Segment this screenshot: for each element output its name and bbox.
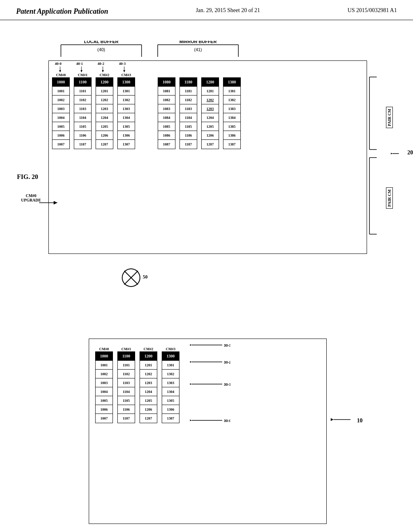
header-right-label: US 2015/0032981 A1 [348, 7, 397, 14]
col-cm0-top: CM#0 1000 1001 1002 1003 1004 1005 1006 … [52, 73, 70, 149]
svg-text:30-1: 30-1 [224, 382, 230, 387]
group-label-40-2: 40-2 [98, 62, 104, 66]
col-cm3-bottom: CM#3 1300 1301 1302 1303 1304 1305 1306 … [162, 347, 179, 423]
arrow-30-3: 30-3 [190, 342, 230, 349]
col-cm0-bottom: CM#0 1000 1001 1002 1003 1004 1005 1006 … [95, 347, 113, 423]
col-cm3-top: CM#3 1300 1301 1302 1303 1304 1305 1306 … [117, 73, 135, 149]
group-label-40-0: 40-0 [55, 62, 62, 66]
col-cm1-bottom: CM#1 1100 1101 1102 1103 1104 1105 1106 … [117, 347, 135, 423]
local-buffer-label: LOCAL BUFFER (40) [57, 41, 146, 62]
svg-text:30-2: 30-2 [224, 360, 230, 364]
arrow-30-0: 30-0 [190, 418, 230, 424]
device-10-num: 10 [357, 418, 363, 424]
pair-cm-braces [369, 73, 391, 242]
device-20-arrow [391, 133, 403, 174]
col-cm2-bottom: CM#2 1200 1201 1202 1203 1204 1205 1206 … [140, 347, 157, 423]
cross-symbol: 50 [121, 268, 141, 289]
mirror-buffer-label: MIRROR BUFFER (41) [154, 41, 242, 62]
header-center-label: Jan. 29, 2015 Sheet 20 of 21 [196, 7, 260, 14]
group-label-40-3: 40-3 [119, 62, 126, 66]
cross-label: 50 [143, 274, 148, 280]
group-label-40-1: 40-1 [76, 62, 83, 66]
page-header: Patent Application Publication Jan. 29, … [0, 0, 413, 20]
col-mirror-cm0-top: 1080 1081 1082 1083 1084 1085 1086 1087 [158, 73, 175, 149]
fig-label: FIG. 20 [17, 173, 38, 181]
col-cm2-top: CM#2 1200 1201 1202 1203 1204 1205 1206 … [96, 73, 113, 149]
top-diagram: LOCAL BUFFER (40) MIRROR BUFFER (41) 40-… [48, 60, 367, 254]
svg-text:30-3: 30-3 [224, 343, 230, 347]
bottom-diagram: CM#0 1000 1001 1002 1003 1004 1005 1006 … [89, 339, 327, 524]
main-content: FIG. 20 CM#0 UPGRADE LOCAL BUFFER (40) [0, 20, 413, 520]
header-left-label: Patent Application Publication [16, 7, 108, 16]
col-mirror-cm3-top: 1380 1381 1382 1383 1384 1385 1386 1387 [223, 73, 241, 149]
col-mirror-cm2-top: 1280 1281 1202 1203 1204 1205 1206 1207 [201, 73, 219, 149]
svg-text:LOCAL BUFFER: LOCAL BUFFER [84, 41, 118, 44]
svg-text:(41): (41) [194, 47, 202, 52]
svg-text:(40): (40) [97, 47, 105, 52]
col-cm1-top: CM#1 1100 1101 1102 1103 1104 1105 1106 … [74, 73, 92, 149]
col-mirror-cm1-top: 1180 1181 1182 1183 1184 1185 1186 1187 [179, 73, 197, 149]
arrow-30-1: 30-1 [190, 381, 230, 388]
arrow-30-2: 30-2 [190, 359, 230, 366]
device-10-label [330, 411, 355, 429]
svg-text:30-0: 30-0 [224, 419, 230, 423]
fig-label-text: FIG. 20 [17, 173, 38, 181]
device-20-label: 20 [407, 150, 413, 156]
svg-text:MIRROR BUFFER: MIRROR BUFFER [179, 41, 217, 44]
